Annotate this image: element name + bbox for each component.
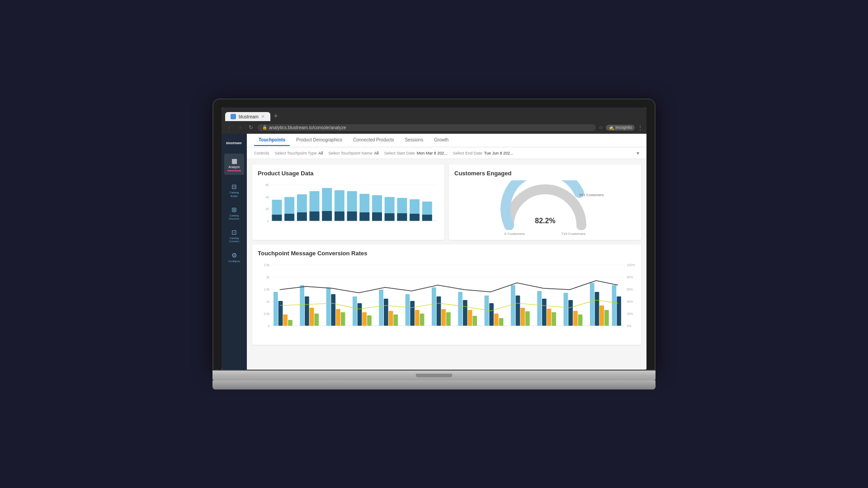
menu-icon[interactable]: ⋮ bbox=[637, 124, 643, 131]
laptop-notch bbox=[416, 374, 452, 377]
controls-bar: Controls Select Touchpoint Type All Sele… bbox=[247, 147, 646, 159]
controls-label: Controls bbox=[254, 151, 269, 155]
tab-sessions[interactable]: Sessions bbox=[401, 135, 428, 146]
customers-engaged-card: Customers Engaged bbox=[449, 164, 641, 240]
svg-text:blustream: blustream bbox=[226, 141, 242, 145]
svg-rect-98 bbox=[552, 312, 556, 326]
svg-rect-86 bbox=[472, 316, 477, 326]
donut-chart-svg: 82.2% bbox=[500, 180, 590, 230]
tab-close-button[interactable]: ✕ bbox=[261, 114, 265, 119]
svg-rect-68 bbox=[358, 303, 362, 326]
svg-rect-105 bbox=[599, 305, 604, 326]
svg-rect-94 bbox=[525, 311, 530, 326]
svg-rect-16 bbox=[310, 211, 320, 221]
touchpoint-name-label: Select Touchpoint Name bbox=[328, 151, 372, 155]
svg-rect-106 bbox=[604, 310, 609, 326]
main-content: Touchpoints Product Demographics Connect… bbox=[247, 134, 646, 370]
conversion-chart: 2.5k 2k 1.5k 1k 0.5k 0 100% 80% 60% bbox=[258, 260, 636, 339]
controls-toggle[interactable]: Controls bbox=[254, 151, 269, 155]
touchpoint-type-value: All bbox=[318, 151, 323, 155]
lock-icon: 🔒 bbox=[262, 125, 267, 130]
analyze-label: Analyze bbox=[229, 165, 240, 169]
tab-touchpoints[interactable]: Touchpoints bbox=[254, 135, 290, 146]
start-date-control[interactable]: Select Start Date Mon Mar 8 202... bbox=[384, 151, 448, 155]
reload-button[interactable]: ↻ bbox=[247, 124, 255, 131]
svg-text:40: 40 bbox=[265, 196, 269, 199]
svg-text:0%: 0% bbox=[627, 324, 632, 328]
svg-rect-65 bbox=[336, 309, 340, 326]
svg-rect-107 bbox=[612, 285, 617, 326]
svg-rect-85 bbox=[468, 310, 472, 326]
catalogbuildr-label: CatalogBuildr bbox=[230, 191, 239, 197]
bookmark-icon[interactable]: ☆ bbox=[599, 125, 603, 131]
svg-rect-58 bbox=[288, 320, 292, 326]
svg-rect-26 bbox=[372, 212, 382, 221]
active-tab[interactable]: blustream ✕ bbox=[225, 112, 270, 121]
svg-rect-73 bbox=[389, 311, 393, 326]
svg-rect-92 bbox=[516, 296, 520, 326]
tab-product-demographics[interactable]: Product Demographics bbox=[292, 135, 347, 146]
sidebar-item-catalogconnect[interactable]: ⊡ CatalogConnect bbox=[224, 225, 244, 247]
touchpoint-name-value: All bbox=[374, 151, 379, 155]
configure-label: Configure bbox=[228, 260, 240, 263]
tab-growth[interactable]: Growth bbox=[429, 135, 453, 146]
svg-rect-79 bbox=[432, 287, 436, 326]
tab-label: blustream bbox=[239, 114, 259, 119]
svg-text:60%: 60% bbox=[627, 288, 633, 291]
svg-rect-22 bbox=[347, 211, 357, 221]
svg-rect-83 bbox=[458, 292, 462, 326]
laptop-screen: blustream ✕ + ‹ › ↻ 🔒 analytics.blustrea… bbox=[222, 108, 646, 370]
start-date-value: Mon Mar 8 202... bbox=[417, 151, 448, 155]
svg-rect-70 bbox=[367, 315, 372, 326]
svg-rect-74 bbox=[393, 314, 398, 326]
sidebar-item-analyze[interactable]: ▦ Analyze bbox=[224, 154, 244, 175]
tab-connected-products[interactable]: Connected Products bbox=[349, 135, 399, 146]
svg-rect-108 bbox=[617, 296, 621, 326]
svg-rect-59 bbox=[300, 285, 304, 326]
svg-text:0: 0 bbox=[268, 324, 269, 328]
svg-text:20%: 20% bbox=[627, 312, 633, 315]
engaged-count-label: 591 Customers bbox=[579, 193, 604, 197]
svg-text:82.2%: 82.2% bbox=[535, 217, 555, 225]
bar-chart-icon: ▦ bbox=[231, 157, 237, 164]
svg-text:2k: 2k bbox=[266, 276, 270, 279]
svg-rect-64 bbox=[331, 294, 335, 326]
back-button[interactable]: ‹ bbox=[225, 124, 233, 131]
new-tab-button[interactable]: + bbox=[270, 110, 316, 121]
sidebar: blustream ▦ Analyze ⊟ CatalogBuildr ⊞ bbox=[222, 134, 247, 370]
laptop-foot bbox=[212, 387, 656, 389]
svg-rect-91 bbox=[511, 285, 515, 326]
incognito-label: Incognito bbox=[615, 125, 632, 130]
incognito-badge: 🕵 Incognito bbox=[606, 125, 635, 131]
svg-rect-67 bbox=[353, 296, 357, 326]
laptop-frame: blustream ✕ + ‹ › ↻ 🔒 analytics.blustrea… bbox=[212, 99, 656, 389]
nav-underline bbox=[227, 170, 241, 171]
svg-text:60: 60 bbox=[265, 183, 269, 187]
touchpoint-type-control[interactable]: Select Touchpoint Type All bbox=[275, 151, 323, 155]
end-date-value: Tue Jun 8 202... bbox=[484, 151, 514, 155]
laptop-stand bbox=[212, 380, 656, 387]
product-usage-chart: 60 40 20 0 bbox=[258, 180, 439, 230]
svg-rect-103 bbox=[590, 283, 594, 326]
sidebar-item-catalogdiscover[interactable]: ⊞ CatalogDiscover bbox=[224, 202, 244, 224]
sidebar-item-configure[interactable]: ⚙ Configure bbox=[224, 248, 244, 267]
svg-rect-20 bbox=[335, 211, 344, 221]
end-date-control[interactable]: Select End Date Tue Jun 8 202... bbox=[453, 151, 514, 155]
end-date-label: Select End Date bbox=[453, 151, 482, 155]
forward-button[interactable]: › bbox=[236, 124, 244, 131]
svg-rect-97 bbox=[547, 309, 552, 326]
svg-rect-60 bbox=[305, 296, 309, 326]
controls-chevron-icon[interactable]: ▾ bbox=[637, 150, 639, 156]
svg-text:0.5k: 0.5k bbox=[264, 312, 269, 315]
svg-rect-100 bbox=[568, 300, 573, 326]
svg-rect-77 bbox=[415, 310, 420, 326]
svg-text:1k: 1k bbox=[266, 300, 270, 303]
svg-text:2.5k: 2.5k bbox=[264, 263, 269, 267]
svg-rect-81 bbox=[441, 309, 446, 326]
touchpoint-name-control[interactable]: Select Touchpoint Name All bbox=[328, 151, 378, 155]
svg-rect-80 bbox=[437, 296, 441, 326]
sidebar-item-catalogbuildr[interactable]: ⊟ CatalogBuildr bbox=[224, 179, 244, 201]
max-customers-label: 719 Customers bbox=[561, 232, 585, 236]
product-usage-title: Product Usage Data bbox=[258, 170, 439, 177]
address-bar[interactable]: 🔒 analytics.blustream.io/console/analyze bbox=[258, 124, 596, 131]
